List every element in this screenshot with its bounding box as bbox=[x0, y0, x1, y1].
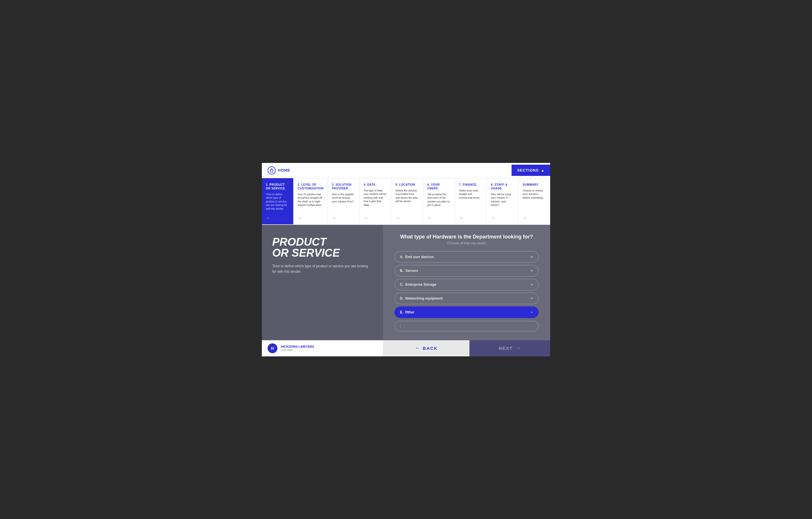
option-end-user-devices[interactable]: A. End user devices + bbox=[395, 251, 539, 263]
nav-item-desc-5: Where the solution is provided from, and… bbox=[395, 189, 419, 203]
nav-item-title-7: 7. FINANCE bbox=[459, 183, 483, 186]
section-title-line1: PRODUCT bbox=[272, 236, 326, 248]
section-title: PRODUCT OR SERVICE bbox=[272, 236, 373, 258]
next-arrow-icon: → bbox=[516, 345, 521, 351]
nav-item-title-2: 2. LEVEL OFCUSTOMISATION bbox=[297, 183, 323, 190]
plus-icon-d: + bbox=[530, 296, 533, 301]
back-label: BACK bbox=[423, 346, 437, 351]
nav-arrow-5: → bbox=[395, 216, 399, 220]
nav-item-solution-provider[interactable]: 3. SOLUTIONPROVIDER Who is the supplier … bbox=[328, 178, 359, 224]
nav-arrow-8: → bbox=[491, 216, 495, 220]
option-label-e: E. Other bbox=[400, 310, 414, 314]
chevron-up-icon: ▲ bbox=[541, 168, 544, 172]
nav-dropdown: 1. PRODUCTOR SERVICE Time to define whic… bbox=[262, 178, 550, 225]
plus-icon-b: + bbox=[530, 268, 533, 273]
nav-item-desc-4: The type of data your solution will be w… bbox=[364, 189, 387, 207]
left-panel: PRODUCT OR SERVICE Time to define which … bbox=[262, 225, 383, 340]
nav-arrow-2: → bbox=[297, 216, 301, 220]
option-other[interactable]: E. Other − bbox=[395, 307, 539, 318]
next-button[interactable]: NEXT → bbox=[469, 340, 550, 356]
next-label: NEXT bbox=[499, 346, 513, 351]
nav-item-title-6: 6. YOUR USERS bbox=[427, 183, 451, 190]
app-wrapper: HOME SECTIONS ▲ 1. PRODUCTOR SERVICE Tim… bbox=[262, 163, 550, 356]
nav-arrow-1: → bbox=[266, 216, 270, 220]
option-label-c: C. Enterprise Storage bbox=[400, 283, 436, 287]
right-panel: What type of Hardware is the Department … bbox=[383, 225, 550, 340]
footer-left: H HICKSONS LAWYERS Live chat bbox=[262, 340, 383, 356]
option-enterprise-storage[interactable]: C. Enterprise Storage + bbox=[395, 279, 539, 290]
nav-item-finance[interactable]: 7. FINANCE Select your total budget and … bbox=[455, 178, 487, 224]
nav-item-title-8: 8. STAFF & USAGE bbox=[491, 183, 514, 190]
nav-item-data[interactable]: 4. DATA The type of data your solution w… bbox=[359, 178, 391, 224]
nav-item-title-1: 1. PRODUCTOR SERVICE bbox=[266, 183, 289, 190]
nav-item-product-or-service[interactable]: 1. PRODUCTOR SERVICE Time to define whic… bbox=[262, 178, 294, 224]
nav-item-title-4: 4. DATA bbox=[364, 183, 387, 186]
live-chat-label: Live chat bbox=[281, 348, 314, 351]
nav-arrow-3: → bbox=[332, 216, 336, 220]
main-content: PRODUCT OR SERVICE Time to define which … bbox=[262, 225, 550, 340]
logo-icon bbox=[268, 166, 276, 174]
sections-button[interactable]: SECTIONS ▲ bbox=[512, 165, 550, 176]
footer-company: HICKSONS LAWYERS Live chat bbox=[281, 345, 314, 351]
svg-point-0 bbox=[268, 167, 276, 174]
nav-item-desc-6: Tell us about the end users of the solut… bbox=[427, 193, 451, 207]
avatar-letter: H bbox=[271, 346, 274, 351]
sections-label: SECTIONS bbox=[517, 168, 539, 172]
nav-item-title-summary: SUMMARY bbox=[523, 183, 546, 186]
nav-item-desc-7: Select your total budget and commercial … bbox=[459, 189, 483, 200]
nav-item-your-users[interactable]: 6. YOUR USERS Tell us about the end user… bbox=[423, 178, 455, 224]
option-label-a: A. End user devices bbox=[400, 255, 434, 259]
footer: H HICKSONS LAWYERS Live chat ← BACK NEXT… bbox=[262, 340, 550, 356]
nav-item-level-of-customisation[interactable]: 2. LEVEL OFCUSTOMISATION Your IT solutio… bbox=[294, 178, 327, 224]
header-spacer bbox=[299, 163, 512, 178]
nav-item-desc-summary: Chance to review your answers before sub… bbox=[523, 189, 546, 200]
company-name: HICKSONS LAWYERS bbox=[281, 345, 314, 348]
option-networking-equipment[interactable]: D. Networking equipment + bbox=[395, 293, 539, 304]
question-subtitle: (Choose all that may apply) bbox=[447, 241, 486, 245]
minus-icon-e: − bbox=[530, 310, 533, 315]
nav-arrow-summary: → bbox=[523, 216, 527, 220]
nav-arrow-6: → bbox=[427, 216, 431, 220]
nav-item-title-3: 3. SOLUTIONPROVIDER bbox=[332, 183, 355, 190]
option-label-b: B. Servers bbox=[400, 269, 418, 273]
plus-icon-c: + bbox=[530, 282, 533, 287]
plus-icon-a: + bbox=[530, 254, 533, 260]
section-desc: Time to define which type of product or … bbox=[272, 263, 373, 275]
header: HOME SECTIONS ▲ bbox=[262, 163, 550, 178]
nav-item-desc-3: Who is the supplier you'll be buying you… bbox=[332, 193, 355, 204]
avatar: H bbox=[268, 343, 278, 353]
other-text-input[interactable] bbox=[395, 321, 539, 331]
option-label-d: D. Networking equipment bbox=[400, 296, 443, 300]
nav-item-desc-8: Who will be using your chosen IT solutio… bbox=[491, 193, 514, 207]
options-list: A. End user devices + B. Servers + C. En… bbox=[395, 251, 539, 331]
section-title-line2: OR SERVICE bbox=[272, 247, 340, 259]
back-button[interactable]: ← BACK bbox=[383, 340, 469, 356]
nav-item-desc-2: Your IT solution may be perfect straight… bbox=[297, 193, 323, 207]
option-servers[interactable]: B. Servers + bbox=[395, 265, 539, 277]
nav-arrow-7: → bbox=[459, 216, 463, 220]
nav-item-summary[interactable]: SUMMARY Chance to review your answers be… bbox=[519, 178, 550, 224]
question-title: What type of Hardware is the Department … bbox=[400, 234, 533, 240]
nav-item-location[interactable]: 5. LOCATION Where the solution is provid… bbox=[391, 178, 423, 224]
nav-item-staff-usage[interactable]: 8. STAFF & USAGE Who will be using your … bbox=[487, 178, 518, 224]
nav-arrow-4: → bbox=[364, 216, 368, 220]
nav-item-title-5: 5. LOCATION bbox=[395, 183, 419, 186]
home-label: HOME bbox=[278, 168, 290, 172]
home-button[interactable]: HOME bbox=[262, 163, 299, 178]
nav-item-desc-1: Time to define which type of product or … bbox=[266, 193, 289, 211]
back-arrow-icon: ← bbox=[415, 345, 420, 351]
